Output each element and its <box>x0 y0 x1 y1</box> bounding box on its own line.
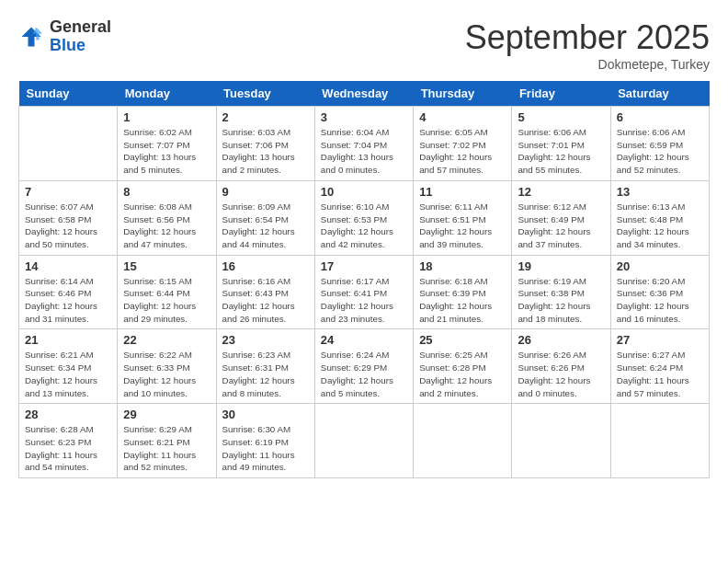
date-number: 28 <box>25 408 111 421</box>
date-number: 2 <box>222 110 309 124</box>
calendar-cell: 12Sunrise: 6:12 AMSunset: 6:49 PMDayligh… <box>512 180 610 255</box>
cell-info: Sunrise: 6:14 AMSunset: 6:46 PMDaylight:… <box>25 275 111 326</box>
calendar-cell <box>512 404 610 478</box>
calendar-cell: 17Sunrise: 6:17 AMSunset: 6:41 PMDayligh… <box>314 255 413 329</box>
column-header-sunday: Sunday <box>19 81 118 107</box>
week-row-1: 1Sunrise: 6:02 AMSunset: 7:07 PMDaylight… <box>19 107 710 181</box>
date-number: 20 <box>617 259 703 273</box>
cell-info: Sunrise: 6:18 AMSunset: 6:39 PMDaylight:… <box>419 275 506 326</box>
cell-info: Sunrise: 6:05 AMSunset: 7:02 PMDaylight:… <box>419 126 506 177</box>
date-number: 22 <box>123 333 210 347</box>
calendar-cell: 2Sunrise: 6:03 AMSunset: 7:06 PMDaylight… <box>216 107 314 181</box>
logo-text: General Blue <box>50 18 111 55</box>
calendar-table: SundayMondayTuesdayWednesdayThursdayFrid… <box>18 81 710 478</box>
calendar-cell <box>314 404 413 478</box>
calendar-cell: 20Sunrise: 6:20 AMSunset: 6:36 PMDayligh… <box>610 255 709 329</box>
cell-info: Sunrise: 6:12 AMSunset: 6:49 PMDaylight:… <box>518 201 604 251</box>
calendar-cell: 13Sunrise: 6:13 AMSunset: 6:48 PMDayligh… <box>610 180 709 255</box>
date-number: 23 <box>222 333 309 347</box>
logo-blue: Blue <box>50 37 111 55</box>
calendar-cell: 19Sunrise: 6:19 AMSunset: 6:38 PMDayligh… <box>512 255 610 329</box>
date-number: 29 <box>123 408 210 421</box>
cell-info: Sunrise: 6:21 AMSunset: 6:34 PMDaylight:… <box>25 349 111 399</box>
date-number: 15 <box>123 259 210 273</box>
calendar-cell: 6Sunrise: 6:06 AMSunset: 6:59 PMDaylight… <box>610 107 709 181</box>
cell-info: Sunrise: 6:27 AMSunset: 6:24 PMDaylight:… <box>617 349 703 399</box>
calendar-cell: 9Sunrise: 6:09 AMSunset: 6:54 PMDaylight… <box>216 180 314 255</box>
week-row-2: 7Sunrise: 6:07 AMSunset: 6:58 PMDaylight… <box>19 180 710 255</box>
logo-general: General <box>50 18 111 37</box>
column-header-tuesday: Tuesday <box>216 81 314 107</box>
calendar-cell: 21Sunrise: 6:21 AMSunset: 6:34 PMDayligh… <box>19 329 118 404</box>
date-number: 1 <box>123 110 210 124</box>
date-number: 18 <box>419 259 506 273</box>
date-number: 3 <box>321 110 407 124</box>
cell-info: Sunrise: 6:10 AMSunset: 6:53 PMDaylight:… <box>321 201 407 251</box>
calendar-cell: 26Sunrise: 6:26 AMSunset: 6:26 PMDayligh… <box>512 329 610 404</box>
header-row: SundayMondayTuesdayWednesdayThursdayFrid… <box>19 81 710 107</box>
cell-info: Sunrise: 6:06 AMSunset: 7:01 PMDaylight:… <box>518 126 604 177</box>
title-block: September 2025 Dokmetepe, Turkey <box>465 18 710 72</box>
cell-info: Sunrise: 6:03 AMSunset: 7:06 PMDaylight:… <box>222 126 309 177</box>
date-number: 7 <box>25 185 111 199</box>
cell-info: Sunrise: 6:20 AMSunset: 6:36 PMDaylight:… <box>617 275 703 326</box>
calendar-cell: 16Sunrise: 6:16 AMSunset: 6:43 PMDayligh… <box>216 255 314 329</box>
cell-info: Sunrise: 6:07 AMSunset: 6:58 PMDaylight:… <box>25 201 111 251</box>
date-number: 30 <box>222 408 309 421</box>
cell-info: Sunrise: 6:17 AMSunset: 6:41 PMDaylight:… <box>321 275 407 326</box>
week-row-3: 14Sunrise: 6:14 AMSunset: 6:46 PMDayligh… <box>19 255 710 329</box>
cell-info: Sunrise: 6:29 AMSunset: 6:21 PMDaylight:… <box>123 423 210 474</box>
cell-info: Sunrise: 6:24 AMSunset: 6:29 PMDaylight:… <box>321 349 407 399</box>
cell-info: Sunrise: 6:08 AMSunset: 6:56 PMDaylight:… <box>123 201 210 251</box>
calendar-cell: 14Sunrise: 6:14 AMSunset: 6:46 PMDayligh… <box>19 255 118 329</box>
cell-info: Sunrise: 6:30 AMSunset: 6:19 PMDaylight:… <box>222 423 309 474</box>
date-number: 24 <box>321 333 407 347</box>
date-number: 25 <box>419 333 506 347</box>
calendar-cell: 29Sunrise: 6:29 AMSunset: 6:21 PMDayligh… <box>118 404 216 478</box>
cell-info: Sunrise: 6:13 AMSunset: 6:48 PMDaylight:… <box>617 201 703 251</box>
calendar-cell: 7Sunrise: 6:07 AMSunset: 6:58 PMDaylight… <box>19 180 118 255</box>
date-number: 10 <box>321 185 407 199</box>
calendar-cell: 3Sunrise: 6:04 AMSunset: 7:04 PMDaylight… <box>314 107 413 181</box>
week-row-5: 28Sunrise: 6:28 AMSunset: 6:23 PMDayligh… <box>19 404 710 478</box>
calendar-cell: 5Sunrise: 6:06 AMSunset: 7:01 PMDaylight… <box>512 107 610 181</box>
logo: General Blue <box>18 18 111 55</box>
cell-info: Sunrise: 6:28 AMSunset: 6:23 PMDaylight:… <box>25 423 111 474</box>
calendar-cell <box>414 404 512 478</box>
cell-info: Sunrise: 6:09 AMSunset: 6:54 PMDaylight:… <box>222 201 309 251</box>
cell-info: Sunrise: 6:15 AMSunset: 6:44 PMDaylight:… <box>123 275 210 326</box>
cell-info: Sunrise: 6:22 AMSunset: 6:33 PMDaylight:… <box>123 349 210 399</box>
date-number: 21 <box>25 333 111 347</box>
calendar-cell <box>610 404 709 478</box>
cell-info: Sunrise: 6:11 AMSunset: 6:51 PMDaylight:… <box>419 201 506 251</box>
calendar-cell: 4Sunrise: 6:05 AMSunset: 7:02 PMDaylight… <box>414 107 512 181</box>
date-number: 12 <box>518 185 604 199</box>
date-number: 16 <box>222 259 309 273</box>
column-header-wednesday: Wednesday <box>314 81 413 107</box>
date-number: 11 <box>419 185 506 199</box>
week-row-4: 21Sunrise: 6:21 AMSunset: 6:34 PMDayligh… <box>19 329 710 404</box>
calendar-cell: 11Sunrise: 6:11 AMSunset: 6:51 PMDayligh… <box>414 180 512 255</box>
date-number: 14 <box>25 259 111 273</box>
date-number: 8 <box>123 185 210 199</box>
date-number: 9 <box>222 185 309 199</box>
date-number: 17 <box>321 259 407 273</box>
month-title: September 2025 <box>465 18 710 57</box>
calendar-cell: 24Sunrise: 6:24 AMSunset: 6:29 PMDayligh… <box>314 329 413 404</box>
cell-info: Sunrise: 6:02 AMSunset: 7:07 PMDaylight:… <box>123 126 210 177</box>
location-subtitle: Dokmetepe, Turkey <box>465 57 710 72</box>
column-header-monday: Monday <box>118 81 216 107</box>
calendar-cell: 22Sunrise: 6:22 AMSunset: 6:33 PMDayligh… <box>118 329 216 404</box>
cell-info: Sunrise: 6:19 AMSunset: 6:38 PMDaylight:… <box>518 275 604 326</box>
date-number: 13 <box>617 185 703 199</box>
calendar-cell: 1Sunrise: 6:02 AMSunset: 7:07 PMDaylight… <box>118 107 216 181</box>
cell-info: Sunrise: 6:04 AMSunset: 7:04 PMDaylight:… <box>321 126 407 177</box>
date-number: 26 <box>518 333 604 347</box>
calendar-cell: 15Sunrise: 6:15 AMSunset: 6:44 PMDayligh… <box>118 255 216 329</box>
calendar-cell: 8Sunrise: 6:08 AMSunset: 6:56 PMDaylight… <box>118 180 216 255</box>
calendar-cell: 27Sunrise: 6:27 AMSunset: 6:24 PMDayligh… <box>610 329 709 404</box>
calendar-cell: 30Sunrise: 6:30 AMSunset: 6:19 PMDayligh… <box>216 404 314 478</box>
calendar-cell: 10Sunrise: 6:10 AMSunset: 6:53 PMDayligh… <box>314 180 413 255</box>
cell-info: Sunrise: 6:26 AMSunset: 6:26 PMDaylight:… <box>518 349 604 399</box>
date-number: 6 <box>617 110 703 124</box>
